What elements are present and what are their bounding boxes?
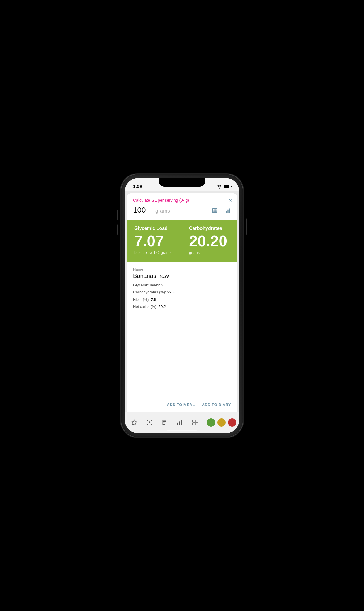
stats-section: Glycemic Load 7.07 best below 142 grams … (127, 220, 237, 262)
status-icons (217, 184, 231, 189)
wifi-icon (217, 184, 222, 189)
circle-red-btn[interactable] (228, 418, 236, 427)
svg-point-19 (166, 423, 166, 423)
svg-rect-11 (227, 210, 228, 213)
svg-rect-8 (214, 212, 215, 213)
serving-input-row: 100 grams + (133, 206, 231, 216)
screen: × Calculate GL per serving (0- g) 100 gr… (125, 191, 239, 433)
close-button[interactable]: × (229, 197, 232, 203)
nav-right (207, 418, 236, 427)
modal-sheet: × Calculate GL per serving (0- g) 100 gr… (127, 193, 237, 412)
add-calc-button[interactable]: + (209, 208, 218, 214)
svg-rect-26 (193, 420, 195, 422)
net-carbs-value: 20.2 (159, 304, 166, 309)
plus-icon-2: + (222, 208, 224, 213)
serving-unit: grams (155, 208, 170, 214)
name-heading: Name (133, 267, 231, 271)
svg-rect-6 (215, 210, 216, 211)
svg-rect-2 (214, 209, 215, 210)
svg-rect-7 (213, 212, 214, 213)
gl-sub: best below 142 grams (134, 250, 177, 255)
glycemic-index-value: 35 (161, 283, 165, 287)
glycemic-index-label: Glycemic Index: (133, 283, 160, 287)
food-name: Bananas, raw (133, 273, 231, 279)
details-section: Name Bananas, raw Glycemic Index: 35 Car… (127, 262, 237, 398)
svg-rect-24 (179, 421, 180, 425)
svg-point-22 (166, 424, 166, 425)
svg-point-20 (163, 424, 164, 425)
gl-value: 7.07 (134, 233, 177, 249)
circle-green-btn[interactable] (207, 418, 215, 427)
svg-rect-28 (193, 423, 195, 425)
svg-rect-27 (195, 420, 198, 422)
nav-chart[interactable] (174, 416, 186, 429)
svg-point-17 (163, 423, 164, 423)
glycemic-index-row: Glycemic Index: 35 (133, 282, 231, 288)
carbs-sub: grams (189, 250, 230, 255)
nav-grid[interactable] (189, 416, 202, 429)
svg-rect-16 (163, 421, 166, 422)
gl-label: Glycemic Load (134, 226, 177, 231)
svg-rect-12 (229, 209, 230, 213)
bottom-actions: ADD TO MEAL ADD TO DIARY (127, 398, 237, 412)
battery-icon (224, 185, 231, 188)
circle-yellow-btn[interactable] (217, 418, 226, 427)
add-chart-button[interactable]: + (222, 208, 231, 214)
svg-rect-29 (195, 423, 198, 425)
calc-icon (212, 208, 218, 214)
svg-marker-13 (132, 420, 137, 425)
bar-chart-icon (225, 208, 231, 214)
modal-header: × Calculate GL per serving (0- g) 100 gr… (127, 193, 237, 220)
svg-rect-4 (213, 210, 214, 211)
nav-favorites[interactable] (128, 416, 141, 429)
svg-rect-3 (215, 209, 216, 210)
net-carbs-label: Net carbs (%): (133, 304, 157, 309)
modal-title: Calculate GL per serving (0- g) (133, 198, 231, 203)
svg-rect-25 (181, 420, 182, 425)
fiber-value: 2.6 (151, 297, 156, 302)
carbohydrates-label: Carbohydrates (%): (133, 290, 166, 294)
gl-stat-col: Glycemic Load 7.07 best below 142 grams (134, 226, 182, 255)
nav-calculator[interactable] (158, 416, 171, 429)
nav-left (128, 416, 207, 429)
svg-rect-23 (177, 423, 178, 425)
svg-point-18 (164, 423, 165, 423)
fiber-row: Fiber (%): 2.6 (133, 297, 231, 303)
carbs-label: Carbohydrates (189, 226, 230, 231)
toolbar-icons: + (209, 208, 231, 214)
net-carbs-row: Net carbs (%): 20.2 (133, 304, 231, 310)
add-to-diary-button[interactable]: ADD TO DIARY (202, 403, 231, 407)
status-time: 1:59 (133, 184, 142, 189)
svg-rect-9 (215, 212, 216, 213)
svg-rect-5 (214, 210, 215, 211)
svg-point-21 (164, 424, 165, 425)
carbs-value: 20.20 (189, 233, 230, 249)
carbs-stat-col: Carbohydrates 20.20 grams (182, 226, 230, 255)
svg-rect-10 (226, 211, 227, 213)
add-to-meal-button[interactable]: ADD TO MEAL (167, 403, 195, 407)
serving-value[interactable]: 100 (133, 206, 151, 216)
svg-rect-1 (213, 209, 214, 210)
home-indicator (167, 430, 197, 431)
carbohydrates-row: Carbohydrates (%): 22.8 (133, 289, 231, 295)
fiber-label: Fiber (%): (133, 297, 150, 302)
nav-recent[interactable] (143, 416, 156, 429)
serving-input-left: 100 grams (133, 206, 170, 216)
plus-icon: + (209, 208, 211, 213)
carbohydrates-value: 22.8 (167, 290, 174, 294)
